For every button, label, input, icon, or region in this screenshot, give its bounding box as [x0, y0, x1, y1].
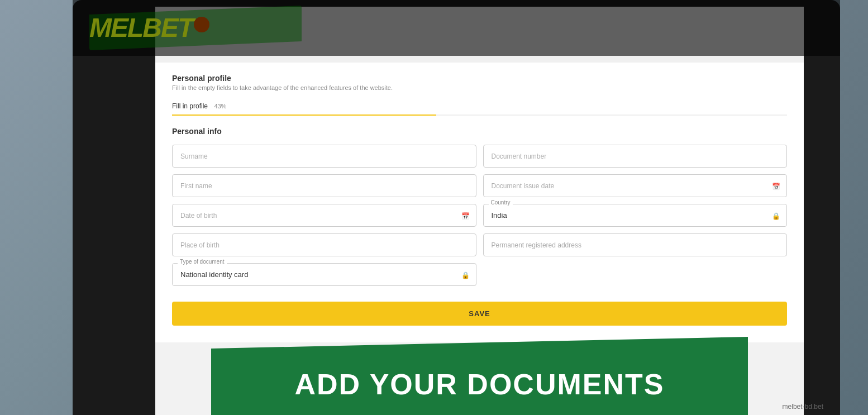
laptop-shell: MELBET Personal profile Fill in the empt… [73, 0, 840, 415]
surname-field [172, 145, 476, 168]
surname-input[interactable] [172, 145, 476, 168]
calendar-icon [772, 182, 780, 190]
profile-title: Personal profile [172, 74, 787, 83]
document-issue-date-field [483, 174, 788, 197]
permanent-address-input[interactable] [483, 233, 788, 256]
place-of-birth-field [172, 233, 476, 256]
first-name-field [172, 174, 476, 197]
empty-col [483, 263, 788, 286]
bottom-banner: ADD YOUR DOCUMENTS [155, 326, 804, 415]
logo-brush [89, 6, 302, 50]
profile-header: Personal profile Fill in the empty field… [172, 74, 787, 91]
permanent-address-field [483, 233, 788, 256]
country-lock-icon [772, 211, 780, 220]
form-row-3: Country [172, 204, 787, 227]
website-url: melbet-bd.bet [783, 403, 823, 411]
first-name-input[interactable] [172, 174, 476, 197]
document-issue-date-input[interactable] [483, 174, 788, 197]
document-type-lock-icon [461, 270, 470, 279]
profile-subtitle: Fill in the empty fields to take advanta… [172, 84, 787, 91]
document-number-field [483, 145, 788, 168]
top-bar: MELBET [73, 0, 840, 56]
document-type-label: Type of document [178, 259, 227, 265]
laptop-screen: Personal profile Fill in the empty field… [155, 7, 804, 415]
form-row-5: Type of document [172, 263, 787, 286]
form-container: Personal profile Fill in the empty field… [155, 63, 804, 342]
banner-brush: ADD YOUR DOCUMENTS [211, 337, 748, 415]
tab-bar: Fill in profile 43% [172, 98, 787, 116]
country-input [483, 204, 788, 227]
document-number-input[interactable] [483, 145, 788, 168]
section-title: Personal info [172, 127, 787, 136]
form-row-4 [172, 233, 787, 256]
document-type-input [172, 263, 476, 286]
form-row-2 [172, 174, 787, 197]
tab-fill-profile[interactable]: Fill in profile 43% [172, 98, 226, 115]
progress-bar-container [172, 115, 787, 116]
save-button[interactable]: SAVE [172, 302, 787, 326]
form-row-1 [172, 145, 787, 168]
tab-progress: 43% [214, 103, 226, 109]
place-of-birth-input[interactable] [172, 233, 476, 256]
country-label: Country [489, 199, 513, 206]
calendar-dob-icon [461, 211, 470, 220]
country-field: Country [483, 204, 788, 227]
date-of-birth-input[interactable] [172, 204, 476, 227]
document-type-field: Type of document [172, 263, 476, 286]
tab-fill-profile-label: Fill in profile [172, 102, 208, 110]
progress-bar-fill [172, 115, 436, 116]
date-of-birth-field [172, 204, 476, 227]
banner-text: ADD YOUR DOCUMENTS [295, 368, 665, 401]
